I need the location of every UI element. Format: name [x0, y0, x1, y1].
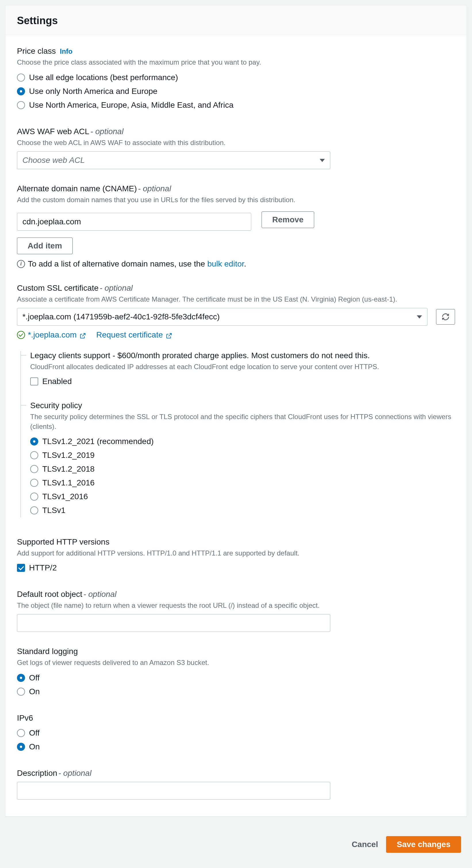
- page-title: Settings: [17, 14, 455, 27]
- waf-label: AWS WAF web ACL: [17, 127, 89, 136]
- root-object-label: Default root object: [17, 590, 82, 598]
- security-policy-label: Security policy: [30, 401, 455, 410]
- radio-icon: [17, 729, 25, 737]
- root-object-section: Default root object - optional The objec…: [17, 590, 455, 632]
- tls-option-5[interactable]: TLSv1: [30, 503, 455, 517]
- settings-panel: Settings Price class Info Choose the pri…: [5, 5, 467, 816]
- panel-header: Settings: [5, 5, 467, 35]
- price-class-label: Price class: [17, 46, 56, 56]
- cname-input[interactable]: [17, 213, 251, 230]
- http-versions-desc: Add support for additional HTTP versions…: [17, 548, 455, 558]
- ipv6-on[interactable]: On: [17, 740, 455, 754]
- checkbox-icon: [17, 564, 25, 572]
- root-object-input[interactable]: [17, 614, 330, 632]
- waf-desc: Choose the web ACL in AWS WAF to associa…: [17, 138, 455, 148]
- legacy-enabled-checkbox[interactable]: Enabled: [30, 375, 455, 388]
- http2-checkbox[interactable]: HTTP/2: [17, 561, 455, 575]
- http-versions-label: Supported HTTP versions: [17, 537, 455, 547]
- ipv6-off[interactable]: Off: [17, 726, 455, 740]
- check-circle-icon: [17, 331, 25, 339]
- legacy-clients-section: Legacy clients support - $600/month pror…: [30, 351, 455, 388]
- legacy-desc: CloudFront allocates dedicated IP addres…: [30, 362, 455, 372]
- refresh-button[interactable]: [436, 309, 455, 324]
- description-section: Description - optional: [17, 769, 455, 800]
- refresh-icon: [442, 313, 449, 321]
- radio-icon: [17, 73, 25, 82]
- radio-icon: [30, 506, 38, 515]
- price-class-option-2[interactable]: Use North America, Europe, Asia, Middle …: [17, 98, 455, 112]
- radio-icon: [17, 743, 25, 751]
- price-class-section: Price class Info Choose the price class …: [17, 46, 455, 112]
- cname-desc: Add the custom domain names that you use…: [17, 195, 455, 205]
- checkbox-icon: [30, 377, 38, 385]
- http-versions-section: Supported HTTP versions Add support for …: [17, 537, 455, 575]
- request-cert-link[interactable]: Request certificate: [96, 330, 163, 340]
- security-policy-desc: The security policy determines the SSL o…: [30, 412, 455, 431]
- description-input[interactable]: [17, 782, 330, 800]
- price-class-option-0[interactable]: Use all edge locations (best performance…: [17, 71, 455, 85]
- footer-actions: Cancel Save changes: [0, 828, 472, 864]
- info-icon: i: [17, 260, 25, 268]
- radio-icon: [30, 479, 38, 487]
- tls-option-4[interactable]: TLSv1_2016: [30, 490, 455, 503]
- description-label: Description: [17, 769, 57, 777]
- external-link-icon: [166, 332, 172, 338]
- logging-desc: Get logs of viewer requests delivered to…: [17, 658, 455, 668]
- chevron-down-icon: [320, 159, 325, 162]
- ipv6-section: IPv6 Off On: [17, 713, 455, 754]
- ipv6-label: IPv6: [17, 713, 455, 723]
- ssl-section: Custom SSL certificate - optional Associ…: [17, 283, 455, 517]
- tls-option-2[interactable]: TLSv1.2_2018: [30, 462, 455, 476]
- chevron-down-icon: [417, 315, 422, 318]
- radio-icon: [17, 674, 25, 682]
- radio-icon: [30, 451, 38, 459]
- logging-section: Standard logging Get logs of viewer requ…: [17, 647, 455, 699]
- logging-off[interactable]: Off: [17, 671, 455, 685]
- price-class-option-1[interactable]: Use only North America and Europe: [17, 85, 455, 98]
- radio-icon: [30, 437, 38, 445]
- bulk-editor-link[interactable]: bulk editor: [207, 259, 244, 268]
- tls-option-0[interactable]: TLSv1.2_2021 (recommended): [30, 435, 455, 448]
- root-object-desc: The object (file name) to return when a …: [17, 600, 455, 610]
- price-class-desc: Choose the price class associated with t…: [17, 57, 455, 67]
- tls-option-1[interactable]: TLSv1.2_2019: [30, 448, 455, 462]
- security-policy-section: Security policy The security policy dete…: [30, 401, 455, 517]
- radio-icon: [17, 101, 25, 109]
- cname-label: Alternate domain name (CNAME): [17, 184, 137, 193]
- cname-section: Alternate domain name (CNAME) - optional…: [17, 184, 455, 269]
- waf-section: AWS WAF web ACL - optional Choose the we…: [17, 127, 455, 169]
- info-link[interactable]: Info: [60, 48, 72, 55]
- radio-icon: [17, 688, 25, 696]
- legacy-label: Legacy clients support - $600/month pror…: [30, 351, 455, 360]
- cancel-button[interactable]: Cancel: [352, 836, 378, 853]
- external-link-icon: [80, 332, 86, 338]
- add-item-button[interactable]: Add item: [17, 238, 73, 254]
- tls-option-3[interactable]: TLSv1.1_2016: [30, 476, 455, 490]
- radio-icon: [30, 493, 38, 501]
- ssl-label: Custom SSL certificate: [17, 283, 98, 292]
- ssl-subsection: Legacy clients support - $600/month pror…: [21, 351, 455, 517]
- remove-button[interactable]: Remove: [262, 211, 314, 228]
- radio-icon: [17, 87, 25, 95]
- waf-select[interactable]: Choose web ACL: [17, 151, 330, 169]
- cert-link[interactable]: *.joeplaa.com: [28, 330, 77, 340]
- save-button[interactable]: Save changes: [386, 836, 461, 853]
- logging-label: Standard logging: [17, 647, 455, 656]
- ssl-desc: Associate a certificate from AWS Certifi…: [17, 294, 455, 304]
- logging-on[interactable]: On: [17, 685, 455, 699]
- radio-icon: [30, 465, 38, 473]
- ssl-select[interactable]: *.joeplaa.com (1471959b-aef2-40c1-92f8-5…: [17, 308, 427, 326]
